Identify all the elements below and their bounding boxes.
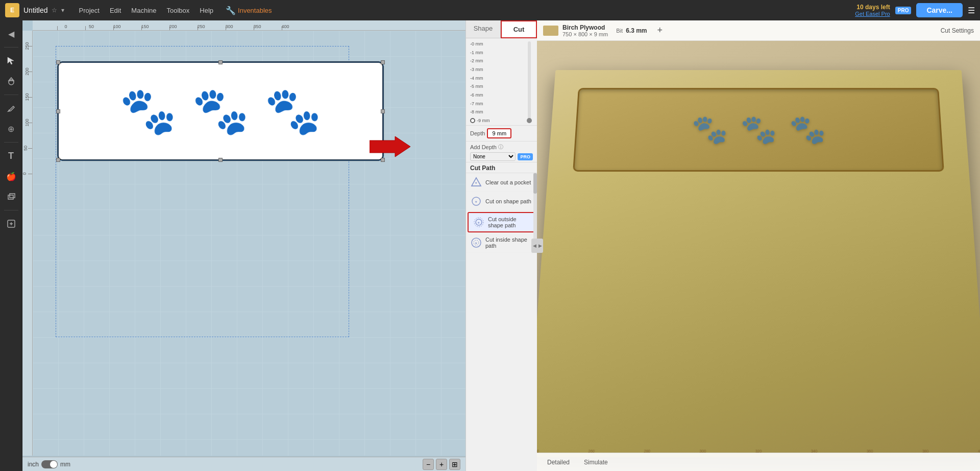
nav-toolbox[interactable]: Toolbox <box>162 5 193 16</box>
handle-bl[interactable] <box>56 158 60 162</box>
shape-tool-button[interactable] <box>2 72 20 90</box>
preview-bottom-bar: Detailed Simulate <box>537 453 980 471</box>
3d-tool-button[interactable] <box>2 187 20 206</box>
wood-board: 🐾 🐾 🐾 240 260 280 300 320 340 360 380 40… <box>537 70 980 457</box>
zoom-fit-button[interactable]: ⊞ <box>449 459 460 470</box>
pen-tool-button[interactable] <box>2 99 20 117</box>
depth-labels: -0 mm -1 mm -2 mm -3 mm -4 mm -5 mm -6 m… <box>470 41 526 123</box>
panel-tabs: Shape Cut <box>466 20 537 38</box>
handle-mr[interactable] <box>381 109 385 113</box>
inventables-label: Inventables <box>238 7 272 14</box>
material-name: Birch Plywood <box>562 24 608 31</box>
add-depth-controls: None PRO <box>470 152 533 161</box>
ruler-num-v: 0 <box>22 172 27 175</box>
handle-ml[interactable] <box>56 109 60 113</box>
design-object[interactable]: 🐾 🐾 🐾 <box>57 61 384 161</box>
zoom-out-button[interactable]: − <box>423 459 434 470</box>
inventables-badge[interactable]: 🔧 Inventables <box>226 6 272 15</box>
handle-bm[interactable] <box>218 158 223 162</box>
cut-option-clear-pocket[interactable]: ★ Clear out a pocket <box>466 173 537 192</box>
tab-shape[interactable]: Shape <box>466 20 501 38</box>
text-tool-button[interactable]: T <box>2 147 20 165</box>
trial-link[interactable]: Get Easel Pro <box>855 11 890 17</box>
unit-toggle-track[interactable] <box>41 460 58 468</box>
cut-path-header: Cut Path <box>466 162 537 173</box>
handle-tm[interactable] <box>218 60 223 64</box>
dropdown-arrow-icon[interactable]: ▾ <box>61 7 64 14</box>
cut-panel: Shape Cut -0 mm -1 mm -2 mm -3 mm -4 mm … <box>465 20 537 471</box>
add-depth-info-icon[interactable]: ⓘ <box>498 144 503 151</box>
detail-button[interactable]: Detailed <box>543 457 574 468</box>
depth-slider-track[interactable] <box>528 41 531 123</box>
nav-machine[interactable]: Machine <box>127 5 160 16</box>
material-swatch <box>543 26 558 36</box>
zoom-controls: − + ⊞ <box>423 459 460 470</box>
import-tool-button[interactable] <box>2 215 20 233</box>
preview-collapse-arrow[interactable]: ▶ <box>537 239 543 253</box>
depth-input-field[interactable] <box>487 128 511 138</box>
svg-text:★: ★ <box>475 200 477 203</box>
nav-help[interactable]: Help <box>195 5 217 16</box>
logo-area: E Untitled ☆ ▾ <box>5 3 64 17</box>
ruler-num: 350 <box>253 24 261 29</box>
toolbar-separator-3 <box>4 142 18 143</box>
target-icon[interactable]: ⊕ <box>2 120 20 138</box>
app-logo: E <box>5 3 19 17</box>
nav-project[interactable]: Project <box>75 5 103 16</box>
panel-collapse-arrow[interactable]: ◀ <box>531 239 537 253</box>
topbar-right: 10 days left Get Easel Pro PRO Carve... … <box>855 3 975 17</box>
svg-point-3 <box>8 110 10 111</box>
cut-option-inside-shape[interactable]: ★ Cut inside shape path <box>466 233 537 252</box>
add-depth-label: Add Depth <box>470 144 497 150</box>
carve-button[interactable]: Carve... <box>916 3 963 17</box>
svg-rect-4 <box>8 195 13 199</box>
svg-marker-7 <box>370 136 410 157</box>
ruler-tick <box>28 174 32 174</box>
handle-tr[interactable] <box>381 60 385 64</box>
add-bit-icon[interactable]: + <box>657 25 663 36</box>
pro-feature-button[interactable]: PRO <box>518 153 533 160</box>
nav-edit[interactable]: Edit <box>106 5 125 16</box>
depth-mark-4: -4 mm <box>470 76 526 81</box>
ruler-num: 200 <box>169 24 177 29</box>
trial-info: 10 days left Get Easel Pro <box>855 4 890 17</box>
top-ruler: 0 50 100 150 200 250 300 350 400 <box>33 20 465 31</box>
depth-mark-0: -0 mm <box>470 41 526 46</box>
depth-scale: -0 mm -1 mm -2 mm -3 mm -4 mm -5 mm -6 m… <box>470 41 533 123</box>
selection-outline <box>58 62 383 160</box>
menu-icon[interactable]: ☰ <box>968 6 975 15</box>
cut-option-on-shape[interactable]: ★ Cut on shape path <box>466 192 537 211</box>
ruler-num-v: 250 <box>24 42 30 50</box>
depth-input-row: Depth <box>466 126 537 142</box>
canvas-area[interactable]: 0 50 100 150 200 250 300 350 400 <box>22 20 465 471</box>
image-tool-button[interactable]: 🍎 <box>2 167 20 185</box>
depth-mark-5: -5 mm <box>470 84 526 89</box>
cut-option-inside-label: Cut inside shape path <box>485 237 533 249</box>
ruler-num: 250 <box>197 24 205 29</box>
toolbar-separator-4 <box>4 210 18 210</box>
depth-mark-2: -2 mm <box>470 58 526 63</box>
canvas-content[interactable]: 🐾 🐾 🐾 <box>33 31 465 456</box>
preview-header: Birch Plywood 750 × 800 × 9 mm Bit 6.3 m… <box>537 20 980 41</box>
depth-slider-thumb[interactable] <box>527 118 532 123</box>
ruler-num-v: 100 <box>24 119 30 126</box>
cut-options-scrollbar-thumb[interactable] <box>533 173 537 194</box>
ruler-tick <box>85 26 86 30</box>
simulate-button[interactable]: Simulate <box>580 457 612 468</box>
zoom-in-button[interactable]: + <box>436 459 447 470</box>
select-tool-button[interactable] <box>2 52 20 70</box>
favorite-star-icon[interactable]: ☆ <box>52 7 57 14</box>
material-details: Birch Plywood 750 × 800 × 9 mm <box>562 24 608 37</box>
nav-menu: Project Edit Machine Toolbox Help <box>75 5 217 16</box>
cut-option-icon-inside: ★ <box>470 237 482 249</box>
svg-text:★: ★ <box>475 181 477 184</box>
tab-cut[interactable]: Cut <box>501 20 537 38</box>
cut-option-outside-shape[interactable]: ★ Cut outside shape path <box>468 212 535 232</box>
collapse-toolbar-button[interactable]: ◀ <box>2 25 20 43</box>
unit-mm-label: mm <box>60 461 70 468</box>
handle-tl[interactable] <box>56 60 60 64</box>
cut-settings-button[interactable]: Cut Settings <box>941 27 974 34</box>
ruler-num: 50 <box>89 24 94 29</box>
add-depth-section: Add Depth ⓘ None PRO <box>466 142 537 162</box>
add-depth-select[interactable]: None <box>470 152 516 161</box>
